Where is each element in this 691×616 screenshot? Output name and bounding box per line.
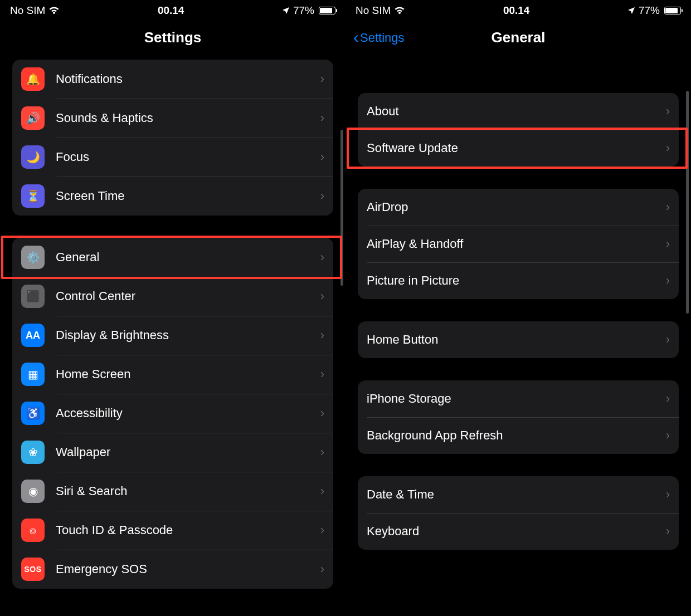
row-keyboard[interactable]: Keyboard› — [358, 513, 679, 550]
chevron-right-icon: › — [666, 487, 670, 502]
page-title: General — [492, 29, 546, 46]
chevron-right-icon: › — [320, 189, 324, 203]
chevron-right-icon: › — [666, 333, 670, 347]
row-home-button[interactable]: Home Button› — [358, 321, 679, 358]
focus-icon: 🌙 — [21, 145, 45, 169]
row-general[interactable]: ⚙️General› — [12, 238, 333, 277]
page-title: Settings — [144, 29, 202, 46]
chevron-right-icon: › — [320, 445, 324, 459]
row-touch-id[interactable]: ⌾Touch ID & Passcode› — [12, 511, 333, 550]
home-screen-icon: ▦ — [21, 363, 45, 386]
back-button[interactable]: ‹ Settings — [353, 29, 405, 47]
row-notifications[interactable]: 🔔Notifications› — [12, 60, 333, 99]
general-screen: No SIM 00.14 77% ‹ Settings General Abou… — [346, 0, 691, 616]
control-center-icon: ⬛ — [21, 285, 45, 308]
chevron-right-icon: › — [666, 392, 670, 406]
battery-icon — [319, 7, 335, 14]
accessibility-icon: ♿ — [21, 402, 45, 425]
chevron-left-icon: ‹ — [353, 29, 359, 46]
notifications-label: Notifications — [56, 72, 320, 86]
row-iphone-storage[interactable]: iPhone Storage› — [358, 380, 679, 417]
screen-time-label: Screen Time — [56, 189, 320, 203]
location-icon — [282, 7, 290, 14]
wallpaper-label: Wallpaper — [56, 445, 320, 459]
chevron-right-icon: › — [320, 289, 324, 304]
general-list[interactable]: About›Software Update› AirDrop›AirPlay &… — [346, 57, 691, 616]
row-accessibility[interactable]: ♿Accessibility› — [12, 394, 333, 433]
row-wallpaper[interactable]: ❀Wallpaper› — [12, 433, 333, 472]
accessibility-label: Accessibility — [56, 406, 320, 421]
date-time-label: Date & Time — [367, 487, 666, 502]
chevron-right-icon: › — [320, 328, 324, 343]
row-display-brightness[interactable]: AADisplay & Brightness› — [12, 316, 333, 355]
wifi-icon — [48, 6, 60, 15]
chevron-right-icon: › — [666, 237, 670, 251]
row-sounds-haptics[interactable]: 🔊Sounds & Haptics› — [12, 99, 333, 138]
home-screen-label: Home Screen — [56, 367, 320, 382]
touch-id-label: Touch ID & Passcode — [56, 523, 320, 537]
keyboard-label: Keyboard — [367, 524, 666, 539]
row-software-update[interactable]: Software Update› — [358, 130, 679, 167]
general-icon: ⚙️ — [21, 246, 45, 269]
row-home-screen[interactable]: ▦Home Screen› — [12, 355, 333, 394]
status-bar: No SIM 00.14 77% — [0, 0, 346, 19]
row-screen-time[interactable]: ⏳Screen Time› — [12, 177, 333, 216]
general-group-3: Home Button› — [358, 321, 679, 358]
row-airdrop[interactable]: AirDrop› — [358, 189, 679, 226]
about-label: About — [367, 104, 666, 119]
row-siri-search[interactable]: ◉Siri & Search› — [12, 472, 333, 511]
carrier-text: No SIM — [356, 4, 391, 17]
chevron-right-icon: › — [666, 104, 670, 119]
row-airplay-handoff[interactable]: AirPlay & Handoff› — [358, 226, 679, 262]
scrollbar-indicator — [340, 130, 343, 286]
nav-bar: ‹ Settings General — [346, 19, 691, 57]
chevron-right-icon: › — [320, 484, 324, 498]
status-bar: No SIM 00.14 77% — [346, 0, 691, 19]
notifications-icon: 🔔 — [21, 67, 45, 91]
settings-screen: No SIM 00.14 77% Settings 🔔Notifications… — [0, 0, 346, 616]
row-picture-in-picture[interactable]: Picture in Picture› — [358, 262, 679, 299]
sounds-haptics-icon: 🔊 — [21, 106, 45, 130]
row-control-center[interactable]: ⬛Control Center› — [12, 277, 333, 316]
chevron-right-icon: › — [320, 406, 324, 421]
emergency-sos-label: Emergency SOS — [56, 562, 320, 576]
general-group-5: Date & Time›Keyboard› — [358, 476, 679, 550]
iphone-storage-label: iPhone Storage — [367, 392, 666, 406]
siri-search-label: Siri & Search — [56, 484, 320, 498]
row-focus[interactable]: 🌙Focus› — [12, 138, 333, 177]
chevron-right-icon: › — [320, 250, 324, 265]
row-emergency-sos[interactable]: SOSEmergency SOS› — [12, 550, 333, 589]
touch-id-icon: ⌾ — [21, 519, 45, 542]
scrollbar-indicator — [686, 91, 689, 314]
clock: 00.14 — [503, 4, 530, 17]
back-label: Settings — [360, 31, 405, 45]
background-app-refresh-label: Background App Refresh — [367, 428, 666, 443]
software-update-label: Software Update — [367, 141, 666, 155]
display-brightness-label: Display & Brightness — [56, 328, 320, 343]
carrier-text: No SIM — [10, 4, 45, 17]
chevron-right-icon: › — [320, 562, 324, 576]
focus-label: Focus — [56, 150, 320, 164]
settings-list[interactable]: 🔔Notifications›🔊Sounds & Haptics›🌙Focus›… — [0, 57, 346, 616]
general-group-1: About›Software Update› — [358, 93, 679, 167]
chevron-right-icon: › — [666, 141, 670, 155]
general-group-4: iPhone Storage›Background App Refresh› — [358, 380, 679, 454]
settings-group-2: ⚙️General›⬛Control Center›AADisplay & Br… — [12, 238, 333, 589]
wallpaper-icon: ❀ — [21, 441, 45, 464]
chevron-right-icon: › — [666, 200, 670, 214]
chevron-right-icon: › — [320, 150, 324, 164]
screen-time-icon: ⏳ — [21, 184, 45, 208]
row-date-time[interactable]: Date & Time› — [358, 476, 679, 513]
row-background-app-refresh[interactable]: Background App Refresh› — [358, 417, 679, 454]
battery-icon — [664, 7, 681, 14]
airplay-handoff-label: AirPlay & Handoff — [367, 237, 666, 251]
nav-bar: Settings — [0, 19, 346, 57]
emergency-sos-icon: SOS — [21, 558, 45, 581]
home-button-label: Home Button — [367, 333, 666, 347]
chevron-right-icon: › — [666, 524, 670, 539]
display-brightness-icon: AA — [21, 324, 45, 347]
clock: 00.14 — [158, 4, 184, 17]
control-center-label: Control Center — [56, 289, 320, 304]
chevron-right-icon: › — [320, 367, 324, 382]
row-about[interactable]: About› — [358, 93, 679, 130]
